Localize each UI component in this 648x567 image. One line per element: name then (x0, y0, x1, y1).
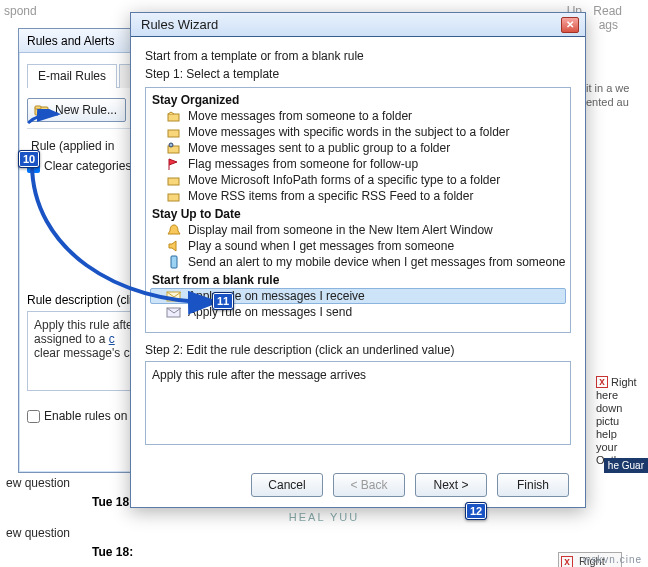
callout-12: 12 (465, 502, 487, 520)
bg-read: Read (593, 4, 622, 18)
svg-rect-3 (168, 130, 179, 137)
new-rule-label: New Rule... (55, 103, 117, 117)
svg-point-5 (169, 143, 173, 147)
callout-10: 10 (18, 150, 40, 168)
group-stay-organized: Stay Organized (150, 90, 566, 108)
wizard-title: Rules Wizard (141, 17, 218, 32)
bg-hearyou: HEAL YUU (0, 511, 648, 523)
callout-arrow-10 (24, 109, 64, 127)
bg-guardian: he Guar (604, 458, 648, 473)
template-move-from-someone[interactable]: Move messages from someone to a folder (150, 108, 566, 124)
template-move-public-group[interactable]: Move messages sent to a public group to … (150, 140, 566, 156)
callout-11: 11 (212, 292, 234, 310)
template-move-specific-words[interactable]: Move messages with specific words in the… (150, 124, 566, 140)
svg-rect-2 (168, 114, 179, 121)
bg-question2: ew question (0, 523, 648, 543)
wizard-step1-label: Step 1: Select a template (145, 67, 571, 81)
cancel-button[interactable]: Cancel (251, 473, 323, 497)
tab-email-rules[interactable]: E-mail Rules (27, 64, 117, 88)
move-folder-icon (166, 125, 182, 139)
delete-x-icon: x (596, 376, 608, 388)
bg-respond: spond (4, 4, 37, 18)
delete-x-icon: x (561, 556, 573, 567)
group-folder-icon (166, 141, 182, 155)
bg-rightbox: x Right here down pictu help your Outl (596, 376, 648, 467)
wizard-edit-box[interactable]: Apply this rule after the message arrive… (145, 361, 571, 445)
finish-button[interactable]: Finish (497, 473, 569, 497)
enable-rules-label: Enable rules on a (44, 409, 137, 423)
enable-rules-checkbox[interactable] (27, 410, 40, 423)
move-folder-icon (166, 109, 182, 123)
wizard-intro: Start from a template or from a blank ru… (145, 49, 571, 63)
wizard-step2-label: Step 2: Edit the rule description (click… (145, 343, 571, 357)
back-button[interactable]: < Back (333, 473, 405, 497)
bg-ags: ags (599, 18, 618, 32)
next-button[interactable]: Next > (415, 473, 487, 497)
callout-arrow-11 (26, 158, 236, 318)
close-icon[interactable]: ✕ (561, 17, 579, 33)
